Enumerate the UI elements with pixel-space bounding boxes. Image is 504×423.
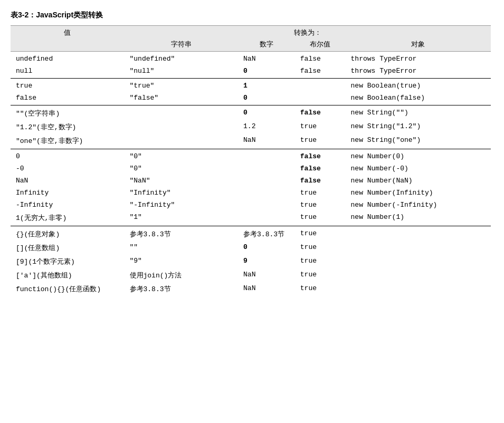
string-cell: "undefined" — [125, 52, 239, 65]
string-cell: "0" — [125, 162, 239, 175]
number-cell: NaN — [238, 52, 295, 65]
object-cell: new Number(Infinity) — [346, 187, 491, 199]
number-cell: 0 — [238, 105, 295, 121]
header-top-row: 值 转换为： — [11, 26, 491, 39]
table-row: Infinity"Infinity"truenew Number(Infinit… — [11, 187, 491, 199]
bool-cell: false — [295, 52, 346, 65]
table-row: false"false"0new Boolean(false) — [11, 92, 491, 105]
col-value-header2 — [11, 39, 125, 52]
string-cell: "NaN" — [125, 175, 239, 187]
object-cell — [346, 241, 491, 255]
bool-cell: false — [295, 105, 346, 121]
table-row: function(){}(任意函数)参考3.8.3节NaNtrue — [11, 282, 491, 297]
bool-cell — [295, 92, 346, 105]
value-cell: 0 — [11, 149, 125, 163]
bool-cell: false — [295, 175, 346, 187]
bool-cell: true — [295, 241, 346, 255]
table-row: [9](1个数字元素)"9"9true — [11, 255, 491, 268]
object-cell: throws TypeError — [346, 65, 491, 79]
value-cell: true — [11, 79, 125, 92]
string-cell: "true" — [125, 79, 239, 92]
object-cell: new Number(-0) — [346, 162, 491, 175]
object-cell — [346, 268, 491, 282]
number-cell — [238, 199, 295, 211]
number-cell: 0 — [238, 241, 295, 255]
string-cell — [125, 134, 239, 149]
value-cell: function(){}(任意函数) — [11, 282, 125, 297]
string-cell: "false" — [125, 92, 239, 105]
number-cell: NaN — [238, 282, 295, 297]
string-cell: "" — [125, 241, 239, 255]
table-row: -Infinity"-Infinity"truenew Number(-Infi… — [11, 199, 491, 211]
type-conversion-table: 值 转换为： 字符串 数字 布尔值 对象 undefined"undefined… — [11, 25, 491, 297]
value-cell: 1(无穷大,非零) — [11, 211, 125, 226]
string-cell: "0" — [125, 149, 239, 163]
object-cell: new Number(NaN) — [346, 175, 491, 187]
object-cell: new String("") — [346, 105, 491, 121]
bool-cell: true — [295, 268, 346, 282]
string-cell: "Infinity" — [125, 187, 239, 199]
string-cell: "-Infinity" — [125, 199, 239, 211]
object-cell: new String("one") — [346, 134, 491, 149]
value-cell: -0 — [11, 162, 125, 175]
string-cell — [125, 105, 239, 121]
value-cell: undefined — [11, 52, 125, 65]
number-cell: 参考3.8.3节 — [238, 226, 295, 242]
number-cell: 1.2 — [238, 120, 295, 134]
table-row: -0"0"falsenew Number(-0) — [11, 162, 491, 175]
bool-cell: true — [295, 211, 346, 226]
bool-cell: true — [295, 226, 346, 242]
value-cell: "one"(非空,非数字) — [11, 134, 125, 149]
col-string-header: 字符串 — [125, 39, 239, 52]
string-cell — [125, 120, 239, 134]
table-row: 0"0"falsenew Number(0) — [11, 149, 491, 163]
table-row: ['a'](其他数组)使用join()方法NaNtrue — [11, 268, 491, 282]
col-number-header: 数字 — [238, 39, 295, 52]
object-cell: new Number(1) — [346, 211, 491, 226]
number-cell: 0 — [238, 92, 295, 105]
value-cell: NaN — [11, 175, 125, 187]
table-row: ""(空字符串)0falsenew String("") — [11, 105, 491, 121]
object-cell: new Number(-Infinity) — [346, 199, 491, 211]
bool-cell: true — [295, 282, 346, 297]
value-cell: ""(空字符串) — [11, 105, 125, 121]
table-row: null"null"0falsethrows TypeError — [11, 65, 491, 79]
object-cell: new Boolean(false) — [346, 92, 491, 105]
object-cell — [346, 282, 491, 297]
number-cell — [238, 162, 295, 175]
bool-cell: true — [295, 134, 346, 149]
value-cell: ['a'](其他数组) — [11, 268, 125, 282]
table-title: 表3-2：JavaScript类型转换 — [11, 11, 493, 20]
table-row: "1.2"(非空,数字)1.2truenew String("1.2") — [11, 120, 491, 134]
bool-cell: false — [295, 149, 346, 163]
number-cell — [238, 187, 295, 199]
bool-cell: true — [295, 255, 346, 268]
object-cell — [346, 226, 491, 242]
value-cell: "1.2"(非空,数字) — [11, 120, 125, 134]
string-cell: "9" — [125, 255, 239, 268]
object-cell: new String("1.2") — [346, 120, 491, 134]
value-cell: null — [11, 65, 125, 79]
number-cell: 1 — [238, 79, 295, 92]
value-cell: [](任意数组) — [11, 241, 125, 255]
object-cell: new Number(0) — [346, 149, 491, 163]
table-row: [](任意数组)""0true — [11, 241, 491, 255]
number-cell: 9 — [238, 255, 295, 268]
value-cell: false — [11, 92, 125, 105]
convert-to-header: 转换为： — [125, 26, 491, 39]
object-cell: new Boolean(true) — [346, 79, 491, 92]
table-row: NaN"NaN"falsenew Number(NaN) — [11, 175, 491, 187]
bool-cell: true — [295, 187, 346, 199]
value-cell: [9](1个数字元素) — [11, 255, 125, 268]
number-cell — [238, 175, 295, 187]
bool-cell: false — [295, 162, 346, 175]
number-cell — [238, 211, 295, 226]
col-value-header: 值 — [11, 26, 125, 39]
col-bool-header: 布尔值 — [295, 39, 346, 52]
bool-cell: false — [295, 65, 346, 79]
number-cell: 0 — [238, 65, 295, 79]
number-cell: NaN — [238, 134, 295, 149]
table-row: 1(无穷大,非零)"1"truenew Number(1) — [11, 211, 491, 226]
number-cell: NaN — [238, 268, 295, 282]
string-cell: "null" — [125, 65, 239, 79]
